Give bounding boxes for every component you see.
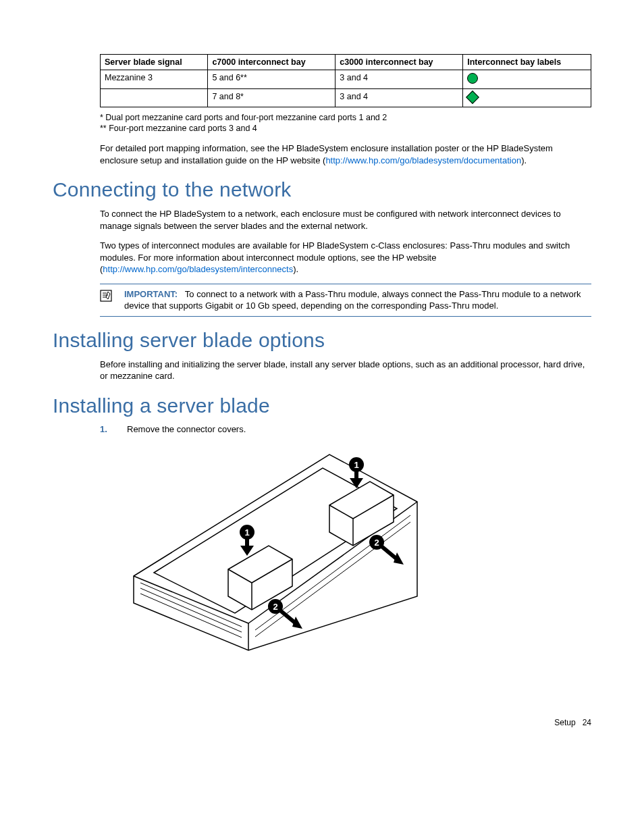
text: ).: [521, 155, 527, 165]
svg-marker-26: [292, 617, 302, 629]
important-text: IMPORTANT: To connect to a network with …: [124, 288, 591, 312]
connecting-p2: Two types of interconnect modules are av…: [100, 240, 591, 276]
cell-c7000: 5 and 6**: [208, 70, 336, 89]
cell-c3000: 3 and 4: [336, 70, 463, 89]
svg-text:1: 1: [354, 460, 358, 470]
th-c3000: c3000 interconnect bay: [336, 55, 463, 70]
interconnects-link[interactable]: http://www.hp.com/go/bladesystem/interco…: [103, 264, 293, 274]
circle-icon: [467, 73, 478, 84]
th-labels: Interconnect bay labels: [463, 55, 591, 70]
footnote-a: * Dual port mezzanine card ports and fou…: [100, 113, 591, 122]
options-p1: Before installing and initializing the s…: [100, 359, 591, 382]
cell-signal: [101, 89, 208, 107]
cell-c3000: 3 and 4: [336, 89, 463, 107]
heading-options: Installing server blade options: [53, 329, 591, 352]
svg-line-6: [140, 583, 242, 627]
svg-text:2: 2: [273, 602, 277, 612]
svg-text:2: 2: [374, 538, 379, 548]
cell-c7000: 7 and 8*: [208, 89, 336, 107]
heading-installing: Installing a server blade: [53, 394, 591, 417]
text: ).: [293, 264, 298, 274]
th-c7000: c7000 interconnect bay: [208, 55, 336, 70]
heading-connecting: Connecting to the network: [53, 178, 591, 201]
cell-signal: Mezzanine 3: [101, 70, 208, 89]
svg-line-7: [140, 588, 242, 632]
page-footer: Setup 24: [53, 718, 591, 727]
footer-section: Setup: [554, 718, 575, 727]
important-callout: IMPORTANT: To connect to a network with …: [100, 284, 591, 317]
table-row: 7 and 8* 3 and 4: [101, 89, 591, 107]
cell-label-icon: [463, 70, 591, 89]
diamond-icon: [466, 90, 479, 104]
cell-label-icon: [463, 89, 591, 107]
connector-cover-figure: 1 2 1 2: [127, 441, 424, 657]
footnote-b: ** Four-port mezzanine card ports 3 and …: [100, 124, 591, 133]
port-mapping-paragraph: For detailed port mapping information, s…: [100, 142, 591, 166]
note-icon: [100, 290, 112, 302]
table-row: Mezzanine 3 5 and 6** 3 and 4: [101, 70, 591, 89]
th-signal: Server blade signal: [101, 55, 208, 70]
install-steps: 1. Remove the connector covers.: [100, 424, 591, 434]
table-header-row: Server blade signal c7000 interconnect b…: [101, 55, 591, 70]
step-1: 1. Remove the connector covers.: [100, 424, 591, 434]
documentation-link[interactable]: http://www.hp.com/go/bladesystem/documen…: [325, 155, 521, 165]
step-number: 1.: [100, 424, 127, 434]
step-text: Remove the connector covers.: [127, 424, 246, 434]
svg-text:1: 1: [244, 527, 249, 538]
svg-marker-25: [394, 552, 404, 565]
table-footnotes: * Dual port mezzanine card ports and fou…: [100, 113, 591, 133]
important-label: IMPORTANT:: [124, 289, 178, 299]
footer-page: 24: [583, 718, 591, 727]
svg-rect-0: [101, 290, 111, 301]
interconnect-table: Server blade signal c7000 interconnect b…: [100, 54, 591, 107]
connecting-p1: To connect the HP BladeSystem to a netwo…: [100, 208, 591, 232]
svg-marker-22: [240, 546, 254, 556]
important-body: To connect to a network with a Pass-Thru…: [124, 289, 581, 311]
